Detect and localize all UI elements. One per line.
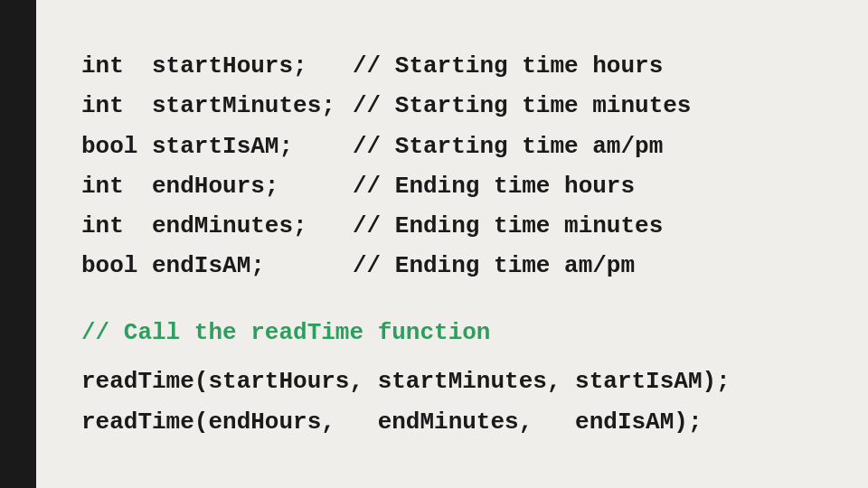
- declaration-code: bool endIsAM;: [81, 246, 353, 286]
- declaration-line: int endMinutes; // Ending time minutes: [81, 206, 823, 246]
- call-text: readTime(startHours, startMinutes, start…: [81, 361, 731, 401]
- content-area: int startHours; // Starting time hoursin…: [36, 0, 868, 488]
- declaration-code: bool startIsAM;: [81, 127, 353, 166]
- declaration-block: int startHours; // Starting time hoursin…: [81, 46, 823, 286]
- declaration-comment: // Ending time am/pm: [353, 246, 635, 286]
- declaration-comment: // Starting time am/pm: [353, 127, 663, 166]
- declaration-code: int startHours;: [81, 46, 353, 86]
- declaration-comment: // Starting time minutes: [353, 86, 691, 126]
- declaration-line: int startMinutes; // Starting time minut…: [81, 86, 823, 126]
- declaration-code: int startMinutes;: [81, 86, 353, 126]
- declaration-line: int endHours; // Ending time hours: [81, 166, 823, 206]
- declaration-line: bool startIsAM; // Starting time am/pm: [81, 127, 823, 166]
- declaration-line: bool endIsAM; // Ending time am/pm: [81, 246, 823, 286]
- comment-block: // Call the readTime function: [81, 313, 823, 352]
- declaration-comment: // Ending time minutes: [353, 206, 663, 246]
- call-block: readTime(startHours, startMinutes, start…: [81, 361, 823, 441]
- declaration-code: int endMinutes;: [81, 206, 353, 246]
- declaration-comment: // Ending time hours: [353, 166, 635, 206]
- declaration-line: int startHours; // Starting time hours: [81, 46, 823, 86]
- call-line: readTime(startHours, startMinutes, start…: [81, 361, 823, 401]
- left-sidebar: [0, 0, 36, 488]
- declaration-code: int endHours;: [81, 166, 353, 206]
- call-line: readTime(endHours, endMinutes, endIsAM);: [81, 402, 823, 442]
- call-text: readTime(endHours, endMinutes, endIsAM);: [81, 402, 703, 442]
- declaration-comment: // Starting time hours: [353, 46, 663, 86]
- comment-line: // Call the readTime function: [81, 313, 490, 352]
